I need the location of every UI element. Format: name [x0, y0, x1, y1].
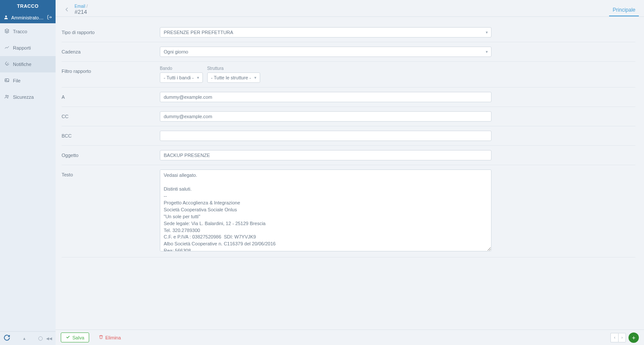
textarea-body[interactable] — [160, 169, 492, 251]
plus-icon: + — [632, 334, 635, 341]
app-title: TRACCO — [0, 0, 56, 12]
form-content: Tipo di rapporto PRESENZE PER PREFETTURA… — [56, 17, 644, 345]
chart-icon — [4, 45, 9, 51]
bottom-bar: Salva Elimina + — [56, 329, 644, 345]
user-icon — [3, 15, 9, 21]
record-id: #214 — [75, 9, 88, 15]
row-cadence: Cadenza Ogni giorno ▼ — [62, 42, 635, 62]
row-to: A — [62, 88, 635, 107]
label-report-filter: Filtro rapporto — [62, 66, 160, 74]
sidebar-item-label: File — [13, 78, 21, 83]
main: Email / #214 Principale Tipo di rapporto… — [56, 0, 644, 345]
tab-principale[interactable]: Principale — [609, 3, 639, 16]
sidebar-nav: Tracco Rapporti Notifiche File Sicurezza — [0, 23, 56, 331]
row-subject: Oggetto — [62, 146, 635, 165]
label-struttura: Struttura — [207, 66, 260, 71]
label-cadence: Cadenza — [62, 47, 160, 54]
sidebar: TRACCO Amministratore Pre... Tracco Rapp… — [0, 0, 56, 345]
sidebar-item-label: Sicurezza — [13, 94, 34, 100]
user-panel: Amministratore Pre... — [0, 12, 56, 23]
rocket-icon — [4, 61, 9, 67]
trash-icon — [99, 335, 103, 340]
sidebar-item-label: Rapporti — [13, 45, 31, 50]
user-name: Amministratore Pre... — [11, 15, 44, 20]
collapse-icon[interactable]: ◀◀ — [46, 336, 52, 341]
sidebar-item-label: Tracco — [13, 29, 27, 34]
status-indicator-icon — [38, 336, 43, 341]
label-cc: CC — [62, 111, 160, 119]
row-report-filter: Filtro rapporto Bando - Tutti i bandi - … — [62, 62, 635, 88]
input-bcc[interactable] — [160, 131, 492, 141]
label-subject: Oggetto — [62, 150, 160, 158]
sidebar-item-rapporti[interactable]: Rapporti — [0, 40, 56, 56]
select-report-type[interactable]: PRESENZE PER PREFETTURA ▼ — [160, 27, 492, 38]
topbar: Email / #214 Principale — [56, 0, 644, 17]
label-report-type: Tipo di rapporto — [62, 27, 160, 35]
chevron-down-icon: ▼ — [196, 76, 200, 80]
breadcrumb: Email / #214 — [75, 4, 88, 15]
sidebar-item-file[interactable]: File — [0, 72, 56, 89]
image-icon — [4, 78, 9, 84]
svg-point-0 — [5, 16, 7, 17]
row-body: Testo — [62, 165, 635, 257]
prev-button[interactable] — [610, 333, 618, 342]
svg-point-4 — [7, 95, 9, 97]
input-cc[interactable] — [160, 111, 492, 122]
add-button[interactable]: + — [628, 332, 639, 343]
sidebar-item-sicurezza[interactable]: Sicurezza — [0, 89, 56, 105]
users-icon — [4, 94, 9, 100]
row-report-type: Tipo di rapporto PRESENZE PER PREFETTURA… — [62, 23, 635, 42]
svg-point-3 — [6, 95, 7, 97]
pager: + — [610, 332, 639, 343]
sidebar-item-tracco[interactable]: Tracco — [0, 23, 56, 40]
input-to[interactable] — [160, 92, 492, 102]
select-bando[interactable]: - Tutti i bandi - ▼ — [160, 72, 203, 83]
next-button[interactable] — [618, 333, 626, 342]
select-cadence[interactable]: Ogni giorno ▼ — [160, 47, 492, 57]
label-body: Testo — [62, 169, 160, 177]
row-bcc: BCC — [62, 126, 635, 146]
logout-icon[interactable] — [47, 15, 52, 21]
select-struttura[interactable]: - Tutte le strutture - ▼ — [207, 72, 260, 83]
sidebar-footer: ▲ ◀◀ — [0, 331, 56, 345]
input-subject[interactable] — [160, 150, 492, 160]
sidebar-item-notifiche[interactable]: Notifiche — [0, 56, 56, 72]
row-cc: CC — [62, 107, 635, 126]
label-bcc: BCC — [62, 131, 160, 138]
label-to: A — [62, 92, 160, 100]
sidebar-item-label: Notifiche — [13, 62, 31, 67]
chevron-down-icon: ▼ — [254, 76, 257, 80]
breadcrumb-parent[interactable]: Email — [75, 4, 85, 9]
chevron-down-icon: ▼ — [485, 50, 488, 54]
delete-button[interactable]: Elimina — [94, 333, 125, 342]
chevron-down-icon: ▼ — [485, 31, 488, 34]
check-icon — [65, 335, 70, 340]
refresh-icon[interactable] — [3, 334, 10, 342]
breadcrumb-separator: / — [87, 4, 88, 9]
layers-icon — [4, 28, 9, 34]
save-button[interactable]: Salva — [61, 332, 89, 342]
label-bando: Bando — [160, 66, 203, 71]
tab-bar: Principale — [609, 3, 639, 16]
back-button[interactable] — [61, 3, 73, 16]
